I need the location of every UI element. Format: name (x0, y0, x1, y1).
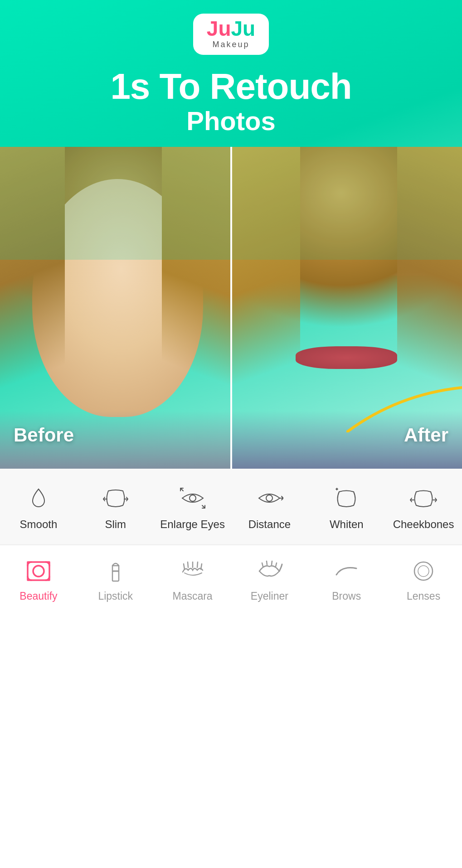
distance-icon (253, 485, 285, 512)
svg-line-13 (267, 561, 267, 565)
svg-line-8 (188, 562, 188, 567)
whiten-label: Whiten (330, 518, 364, 531)
smooth-icon (23, 485, 54, 512)
after-label: After (404, 424, 448, 446)
svg-line-10 (197, 562, 198, 567)
svg-rect-5 (112, 571, 119, 581)
svg-line-12 (262, 563, 263, 567)
nav-lenses[interactable]: Lenses (385, 557, 462, 602)
nav-mascara[interactable]: Mascara (154, 557, 231, 602)
svg-point-17 (418, 566, 429, 577)
after-image: After (231, 147, 462, 469)
hero-title-line2: Photos (0, 106, 462, 136)
smooth-label: Smooth (20, 518, 58, 531)
mascara-label: Mascara (172, 590, 212, 602)
brows-icon (332, 557, 361, 586)
nav-eyeliner[interactable]: Eyeliner (231, 557, 308, 602)
lipstick-label: Lipstick (98, 590, 133, 602)
tool-enlarge-eyes[interactable]: Enlarge Eyes (154, 485, 231, 531)
svg-point-4 (33, 566, 44, 577)
before-label: Before (14, 424, 74, 446)
beautify-label: Beautify (19, 590, 57, 602)
lipstick-icon (101, 557, 130, 586)
logo-ju1: Ju (207, 17, 231, 40)
tool-cheekbones[interactable]: Cheekbones (385, 485, 462, 531)
svg-point-2 (336, 489, 337, 490)
before-portrait (0, 147, 231, 469)
logo-ju2: Ju (231, 17, 256, 40)
bottom-nav: Beautify Lipstick (0, 545, 462, 611)
enlarge-eyes-icon (177, 485, 209, 512)
svg-line-15 (276, 563, 277, 567)
tool-whiten[interactable]: Whiten (308, 485, 385, 531)
hero-title-line1: 1s To Retouch (0, 68, 462, 106)
tool-smooth[interactable]: Smooth (0, 485, 77, 531)
nav-beautify[interactable]: Beautify (0, 557, 77, 602)
svg-point-16 (414, 562, 433, 580)
slim-icon (100, 485, 131, 512)
eyeliner-icon (255, 557, 284, 586)
hero-section: JuJu Makeup 1s To Retouch Photos (0, 0, 462, 469)
beautify-icon (24, 557, 53, 586)
logo-box: JuJu Makeup (193, 14, 269, 55)
svg-point-1 (266, 495, 272, 501)
distance-label: Distance (248, 518, 291, 531)
before-image: Before (0, 147, 231, 469)
before-after-image: Before (0, 147, 462, 469)
whiten-icon (331, 485, 362, 512)
mascara-icon (178, 557, 207, 586)
svg-line-14 (272, 561, 272, 565)
cheekbones-icon (408, 485, 439, 512)
lenses-label: Lenses (407, 590, 440, 602)
tools-strip: Smooth Slim (0, 469, 462, 545)
eyeliner-label: Eyeliner (251, 590, 288, 602)
svg-line-7 (184, 564, 185, 569)
logo-text: JuJu (207, 18, 255, 39)
tool-slim[interactable]: Slim (77, 485, 154, 531)
before-after-divider (230, 147, 232, 469)
brows-label: Brows (332, 590, 361, 602)
enlarge-eyes-label: Enlarge Eyes (160, 518, 225, 531)
after-portrait (231, 147, 462, 469)
nav-lipstick[interactable]: Lipstick (77, 557, 154, 602)
tool-distance[interactable]: Distance (231, 485, 308, 531)
cheekbones-label: Cheekbones (393, 518, 454, 531)
svg-point-0 (190, 495, 196, 501)
nav-brows[interactable]: Brows (308, 557, 385, 602)
svg-rect-3 (28, 562, 49, 580)
lenses-icon (409, 557, 438, 586)
logo-makeup: Makeup (207, 40, 255, 49)
slim-label: Slim (105, 518, 126, 531)
